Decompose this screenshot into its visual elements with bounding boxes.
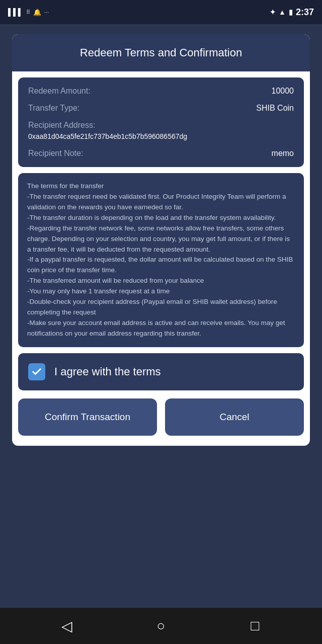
- redeem-amount-label: Redeem Amount:: [28, 87, 91, 96]
- battery-icon: ▮: [289, 8, 293, 16]
- transfer-type-row: Transfer Type: SHIB Coin: [28, 104, 294, 113]
- checkmark-icon: [31, 366, 42, 377]
- status-bar: ▌▌▌ ⠿ 🔔 ··· ✦ ▲ ▮ 2:37: [0, 0, 322, 24]
- back-button[interactable]: ◁: [56, 615, 78, 637]
- agree-label: I agree with the terms: [54, 365, 161, 378]
- wifi-dots-icon: ⠿: [26, 9, 30, 16]
- recent-apps-button[interactable]: □: [244, 615, 266, 637]
- recipient-note-value: memo: [272, 149, 294, 158]
- agree-row[interactable]: I agree with the terms: [18, 353, 304, 390]
- buttons-row: Confirm Transaction Cancel: [12, 396, 310, 446]
- modal-header: Redeem Terms and Confirmation: [12, 34, 310, 71]
- details-card: Redeem Amount: 10000 Transfer Type: SHIB…: [18, 77, 304, 167]
- cancel-button[interactable]: Cancel: [165, 398, 304, 436]
- recipient-address-label: Recipient Address:: [28, 121, 294, 130]
- recipient-note-label: Recipient Note:: [28, 149, 83, 158]
- terms-text: The terms for the transfer -The transfer…: [27, 181, 295, 339]
- redeem-amount-value: 10000: [272, 87, 294, 96]
- redeem-amount-row: Redeem Amount: 10000: [28, 87, 294, 96]
- modal-title: Redeem Terms and Confirmation: [22, 46, 300, 59]
- signal-icon: ▌▌▌: [8, 8, 23, 16]
- bluetooth-icon: ✦: [270, 8, 276, 16]
- transfer-type-value: SHIB Coin: [256, 104, 294, 113]
- recipient-address-row: Recipient Address: 0xaa81d04ca5fe21fc737…: [28, 121, 294, 141]
- status-bar-right: ✦ ▲ ▮ 2:37: [270, 7, 314, 18]
- status-bar-left: ▌▌▌ ⠿ 🔔 ···: [8, 8, 49, 16]
- transfer-type-label: Transfer Type:: [28, 104, 79, 113]
- notifications-icon: 🔔: [33, 9, 41, 16]
- modal-dialog: Redeem Terms and Confirmation Redeem Amo…: [12, 34, 310, 446]
- agree-checkbox[interactable]: [28, 363, 45, 380]
- recipient-address-value: 0xaa81d04ca5fe21fc737b4eb1c5b7b596086567…: [28, 132, 187, 140]
- extra-icon: ···: [44, 9, 49, 15]
- time-display: 2:37: [296, 7, 314, 18]
- wifi-icon: ▲: [279, 8, 286, 16]
- terms-card: The terms for the transfer -The transfer…: [18, 173, 304, 347]
- recipient-note-row: Recipient Note: memo: [28, 149, 294, 158]
- confirm-transaction-button[interactable]: Confirm Transaction: [18, 398, 157, 436]
- nav-bar: ◁ ○ □: [0, 608, 322, 644]
- home-button[interactable]: ○: [150, 615, 172, 637]
- background-area: Redeem Terms and Confirmation Redeem Amo…: [0, 24, 322, 608]
